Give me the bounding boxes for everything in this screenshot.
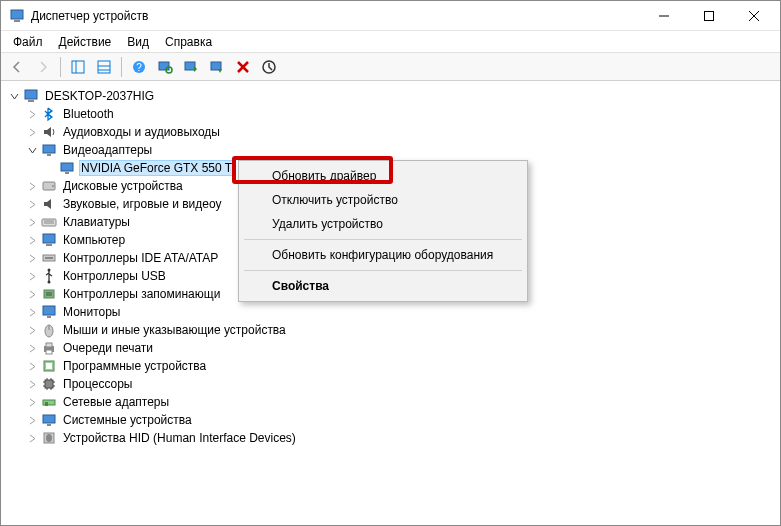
display-adapter-icon bbox=[59, 160, 75, 176]
chevron-right-icon[interactable] bbox=[25, 215, 39, 229]
menu-file[interactable]: Файл bbox=[5, 33, 51, 51]
svg-rect-20 bbox=[25, 90, 37, 99]
menu-view[interactable]: Вид bbox=[119, 33, 157, 51]
svg-rect-38 bbox=[46, 292, 52, 296]
chevron-right-icon[interactable] bbox=[25, 287, 39, 301]
minimize-button[interactable] bbox=[641, 1, 686, 30]
cm-properties[interactable]: Свойства bbox=[242, 274, 524, 298]
chevron-right-icon[interactable] bbox=[25, 233, 39, 247]
network-adapter-icon bbox=[41, 394, 57, 410]
svg-rect-16 bbox=[211, 62, 221, 70]
gpu-label: NVIDIA GeForce GTX 550 Ti bbox=[79, 160, 236, 176]
svg-rect-23 bbox=[47, 154, 51, 156]
system-device-icon bbox=[41, 412, 57, 428]
maximize-button[interactable] bbox=[686, 1, 731, 30]
properties-button[interactable] bbox=[92, 55, 116, 79]
menu-bar: Файл Действие Вид Справка bbox=[1, 31, 780, 53]
tree-item-video-adapters[interactable]: Видеоадаптеры bbox=[5, 141, 776, 159]
scan-hardware-button[interactable] bbox=[153, 55, 177, 79]
cm-scan-hardware[interactable]: Обновить конфигурацию оборудования bbox=[242, 243, 524, 267]
menu-help[interactable]: Справка bbox=[157, 33, 220, 51]
svg-rect-6 bbox=[72, 61, 84, 73]
chevron-right-icon[interactable] bbox=[25, 395, 39, 409]
title-bar: Диспетчер устройств bbox=[1, 1, 780, 31]
chevron-right-icon[interactable] bbox=[25, 125, 39, 139]
device-tree[interactable]: DESKTOP-2037HIG Bluetooth Аудиовходы и а… bbox=[1, 81, 780, 525]
display-adapter-icon bbox=[41, 142, 57, 158]
chevron-right-icon[interactable] bbox=[25, 377, 39, 391]
monitor-icon bbox=[41, 304, 57, 320]
bluetooth-icon bbox=[41, 106, 57, 122]
keyboard-icon bbox=[41, 214, 57, 230]
tree-item-print-queues[interactable]: Очереди печати bbox=[5, 339, 776, 357]
tree-item-system-devices[interactable]: Системные устройства bbox=[5, 411, 776, 429]
ide-controller-icon bbox=[41, 250, 57, 266]
tree-item-hid[interactable]: Устройства HID (Human Interface Devices) bbox=[5, 429, 776, 447]
cm-separator bbox=[244, 270, 522, 271]
disk-icon bbox=[41, 178, 57, 194]
software-device-icon bbox=[41, 358, 57, 374]
svg-rect-60 bbox=[47, 424, 51, 426]
chevron-right-icon[interactable] bbox=[25, 269, 39, 283]
svg-rect-48 bbox=[45, 380, 53, 388]
chevron-right-icon[interactable] bbox=[25, 251, 39, 265]
svg-rect-32 bbox=[46, 244, 52, 246]
svg-point-27 bbox=[52, 185, 54, 187]
help-button[interactable]: ? bbox=[127, 55, 151, 79]
chevron-down-icon[interactable] bbox=[7, 89, 21, 103]
forward-button[interactable] bbox=[31, 55, 55, 79]
show-hide-tree-button[interactable] bbox=[66, 55, 90, 79]
toolbar: ? bbox=[1, 53, 780, 81]
cm-disable-device[interactable]: Отключить устройство bbox=[242, 188, 524, 212]
chevron-right-icon[interactable] bbox=[25, 305, 39, 319]
svg-point-36 bbox=[48, 281, 51, 284]
uninstall-button[interactable] bbox=[231, 55, 255, 79]
chevron-right-icon[interactable] bbox=[25, 323, 39, 337]
chevron-right-icon[interactable] bbox=[25, 431, 39, 445]
chevron-down-icon[interactable] bbox=[25, 143, 39, 157]
tree-item-bluetooth[interactable]: Bluetooth bbox=[5, 105, 776, 123]
context-menu: Обновить драйвер Отключить устройство Уд… bbox=[238, 160, 528, 302]
hid-icon bbox=[41, 430, 57, 446]
svg-rect-45 bbox=[46, 350, 52, 354]
tree-item-software-devices[interactable]: Программные устройства bbox=[5, 357, 776, 375]
cm-uninstall-device[interactable]: Удалить устройство bbox=[242, 212, 524, 236]
close-button[interactable] bbox=[731, 1, 776, 30]
chevron-right-icon[interactable] bbox=[25, 107, 39, 121]
svg-rect-24 bbox=[61, 163, 73, 171]
printer-icon bbox=[41, 340, 57, 356]
svg-rect-8 bbox=[98, 61, 110, 73]
chevron-right-icon[interactable] bbox=[25, 359, 39, 373]
svg-rect-44 bbox=[46, 343, 52, 347]
cm-update-driver[interactable]: Обновить драйвер bbox=[242, 164, 524, 188]
tree-item-audio[interactable]: Аудиовходы и аудиовыходы bbox=[5, 123, 776, 141]
computer-icon bbox=[41, 232, 57, 248]
svg-rect-40 bbox=[47, 316, 51, 318]
svg-rect-15 bbox=[185, 62, 195, 70]
computer-icon bbox=[23, 88, 39, 104]
tree-item-network[interactable]: Сетевые адаптеры bbox=[5, 393, 776, 411]
chevron-right-icon[interactable] bbox=[25, 197, 39, 211]
app-icon bbox=[9, 8, 25, 24]
processor-icon bbox=[41, 376, 57, 392]
disable-button[interactable] bbox=[205, 55, 229, 79]
usb-icon bbox=[41, 268, 57, 284]
svg-rect-59 bbox=[43, 415, 55, 423]
svg-text:?: ? bbox=[136, 62, 142, 73]
cm-separator bbox=[244, 239, 522, 240]
tree-item-processors[interactable]: Процессоры bbox=[5, 375, 776, 393]
back-button[interactable] bbox=[5, 55, 29, 79]
svg-rect-1 bbox=[14, 20, 20, 22]
tree-item-monitors[interactable]: Мониторы bbox=[5, 303, 776, 321]
tree-root[interactable]: DESKTOP-2037HIG bbox=[5, 87, 776, 105]
enable-button[interactable] bbox=[257, 55, 281, 79]
menu-action[interactable]: Действие bbox=[51, 33, 120, 51]
chevron-right-icon[interactable] bbox=[25, 341, 39, 355]
svg-rect-13 bbox=[159, 62, 169, 70]
svg-rect-57 bbox=[43, 400, 55, 405]
svg-rect-21 bbox=[28, 100, 34, 102]
update-driver-button[interactable] bbox=[179, 55, 203, 79]
chevron-right-icon[interactable] bbox=[25, 413, 39, 427]
chevron-right-icon[interactable] bbox=[25, 179, 39, 193]
tree-item-mice[interactable]: Мыши и иные указывающие устройства bbox=[5, 321, 776, 339]
